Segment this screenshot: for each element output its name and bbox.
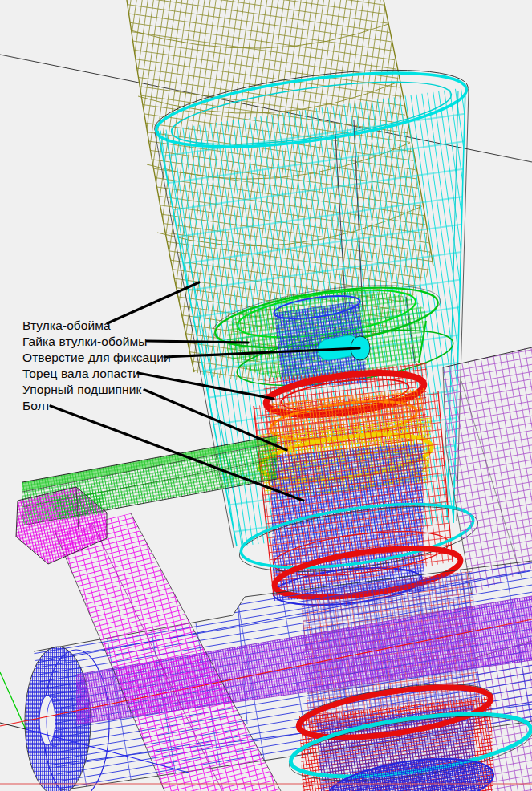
label-podshipnik: Упорный подшипник [22, 382, 141, 398]
label-gayka: Гайка втулки-обоймы [22, 334, 148, 350]
shaft-flange-hole [39, 696, 55, 745]
label-bolt: Болт [22, 398, 51, 414]
label-otverstie: Отверстие для фиксации [22, 350, 171, 366]
cad-viewport: Втулка-обойма Гайка втулки-обоймы Отверс… [0, 0, 532, 791]
label-torec: Торец вала лопасти [22, 366, 140, 382]
leader-line-gayka [147, 341, 248, 343]
label-vtulka-oboyma: Втулка-обойма [22, 318, 111, 334]
y-axis-line [0, 672, 26, 729]
